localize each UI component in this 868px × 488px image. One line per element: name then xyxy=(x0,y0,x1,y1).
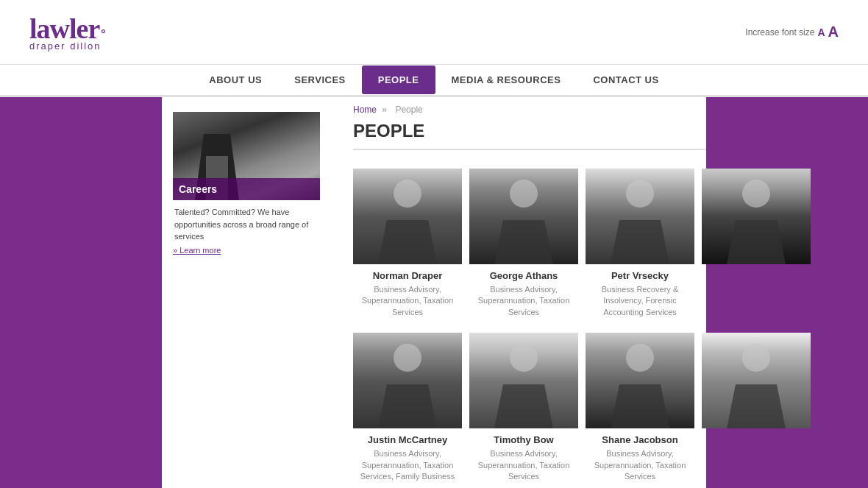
person-card[interactable]: Norman DraperBusiness Advisory, Superann… xyxy=(353,169,462,318)
careers-card[interactable]: Careers Talented? Committed? We have opp… xyxy=(173,112,320,255)
person-card[interactable]: Shane JacobsonBusiness Advisory, Superan… xyxy=(586,333,694,482)
person-role: Business Advisory, Superannuation, Taxat… xyxy=(353,284,462,318)
person-card[interactable]: Justin McCartneyBusiness Advisory, Super… xyxy=(353,333,462,482)
nav-contact[interactable]: CONTACT US xyxy=(577,66,675,94)
person-name: George Athans xyxy=(490,270,558,281)
person-role: Business Advisory, Superannuation, Taxat… xyxy=(353,448,462,482)
purple-left-panel xyxy=(0,97,162,488)
breadcrumb-home[interactable]: Home xyxy=(353,105,377,115)
font-size-small[interactable]: A xyxy=(817,26,825,38)
person-name: Shane Jacobson xyxy=(602,434,677,445)
logo[interactable]: lawler ° draper dillon xyxy=(29,13,106,52)
person-card[interactable]: George AthansBusiness Advisory, Superann… xyxy=(469,169,578,318)
breadcrumb-separator: » xyxy=(382,105,387,115)
person-card[interactable]: Petr VrseckyBusiness Recovery & Insolven… xyxy=(586,169,694,318)
breadcrumb-current: People xyxy=(395,105,422,115)
person-name: Timothy Bow xyxy=(494,434,553,445)
person-photo xyxy=(702,333,811,428)
person-photo xyxy=(469,169,578,264)
logo-circle: ° xyxy=(101,28,105,41)
careers-image: Careers xyxy=(173,112,320,200)
font-size-control: Increase font size A A xyxy=(745,24,839,40)
careers-description: Talented? Committed? We have opportuniti… xyxy=(173,206,320,243)
nav-media[interactable]: MEDIA & RESOURCES xyxy=(435,66,577,94)
careers-learn-more[interactable]: » Learn more xyxy=(173,246,320,255)
person-role: Business Advisory, Superannuation, Taxat… xyxy=(469,448,578,482)
person-photo xyxy=(586,169,694,264)
font-size-label: Increase font size xyxy=(745,27,814,38)
person-photo xyxy=(469,333,578,428)
sidebar: Careers Talented? Committed? We have opp… xyxy=(162,97,331,488)
main-content: Careers Talented? Committed? We have opp… xyxy=(162,97,706,488)
person-name: Norman Draper xyxy=(373,270,443,281)
person-photo xyxy=(353,333,462,428)
person-role: Business Recovery & Insolvency, Forensic… xyxy=(586,284,694,318)
nav-people[interactable]: PEOPLE xyxy=(362,66,435,94)
purple-right-panel xyxy=(706,97,868,488)
person-name: Justin McCartney xyxy=(368,434,447,445)
person-photo xyxy=(586,333,694,428)
person-role: Business Advisory, Superannuation, Taxat… xyxy=(469,284,578,318)
person-name: Petr Vrsecky xyxy=(611,270,669,281)
font-size-large[interactable]: A xyxy=(828,24,839,40)
nav-services[interactable]: SERVICES xyxy=(278,66,362,94)
person-card[interactable]: Timothy BowBusiness Advisory, Superannua… xyxy=(469,333,578,482)
logo-sub: draper dillon xyxy=(29,40,106,52)
person-photo xyxy=(353,169,462,264)
navigation: ABOUT US SERVICES PEOPLE MEDIA & RESOURC… xyxy=(0,65,868,97)
nav-about-us[interactable]: ABOUT US xyxy=(193,66,278,94)
person-photo xyxy=(702,169,811,264)
person-role: Business Advisory, Superannuation, Taxat… xyxy=(586,448,694,482)
careers-title: Careers xyxy=(179,183,217,195)
header: lawler ° draper dillon Increase font siz… xyxy=(0,0,868,65)
careers-overlay: Careers xyxy=(173,178,320,200)
